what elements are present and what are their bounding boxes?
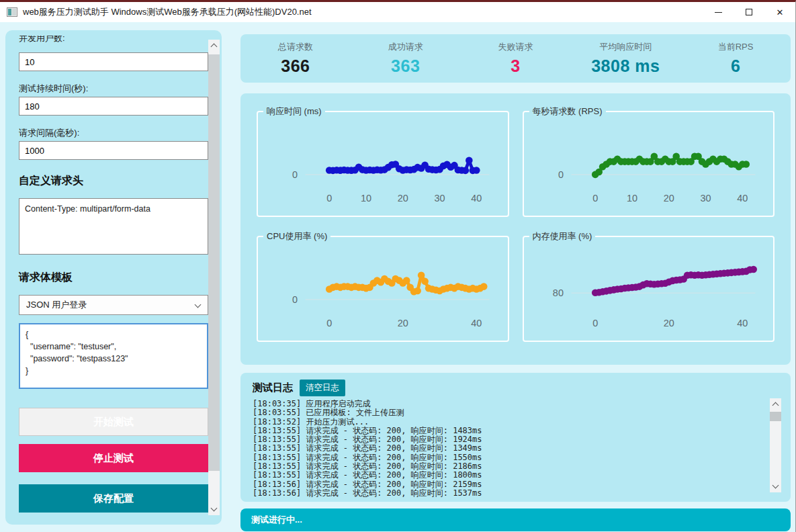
app-icon	[7, 7, 17, 17]
concurrent-users-label-wrap: 并发用户数:	[19, 36, 193, 44]
chart-rps-plot: 0010203040	[524, 118, 774, 208]
chart-cpu-plot: 002040	[258, 242, 508, 333]
svg-text:0: 0	[292, 169, 298, 180]
minimize-icon	[715, 12, 722, 13]
stat-total-requests: 总请求数 366	[240, 41, 351, 76]
concurrent-users-input[interactable]	[19, 52, 208, 71]
app-window: web服务压力测试助手 Windows测试Web服务承载压力(网站性能)DV20…	[0, 0, 796, 532]
svg-text:30: 30	[700, 193, 711, 204]
svg-text:40: 40	[471, 318, 482, 328]
chart-cpu-title: CPU使用率 (%)	[263, 230, 330, 242]
body-template-select[interactable]: JSON 用户登录	[19, 295, 208, 315]
custom-headers-title: 自定义请求头	[19, 174, 83, 188]
svg-text:80: 80	[552, 287, 563, 298]
chart-memory: 内存使用率 (%) 8002040	[523, 230, 775, 342]
body-template-title: 请求体模板	[19, 271, 73, 285]
sidebar-scrollbar[interactable]	[208, 40, 220, 515]
stat-failed-requests: 失败请求 3	[461, 41, 571, 76]
svg-text:0: 0	[292, 294, 298, 305]
svg-text:40: 40	[737, 193, 748, 204]
svg-text:0: 0	[326, 318, 332, 328]
svg-text:0: 0	[558, 169, 563, 180]
chart-cpu: CPU使用率 (%) 002040	[257, 230, 509, 342]
stats-panel: 总请求数 366 成功请求 363 失败请求 3 平均响应时间 3808 ms …	[240, 34, 791, 83]
stat-success-requests: 成功请求 363	[351, 41, 461, 76]
body-template-selected: JSON 用户登录	[26, 299, 87, 311]
charts-panel: 响应时间 (ms) 0010203040 每秒请求数 (RPS) 0010203…	[240, 93, 791, 365]
scroll-down-icon[interactable]	[208, 502, 220, 514]
minimize-button[interactable]	[703, 2, 734, 22]
log-line: [18:13:52] 开始压力测试...	[253, 418, 764, 427]
window-title: web服务压力测试助手 Windows测试Web服务承载压力(网站性能)DV20…	[23, 6, 312, 18]
clear-log-button[interactable]: 清空日志	[300, 380, 345, 396]
log-line: [18:13:56] 请求完成 - 状态码: 200, 响应时间: 1537ms	[253, 489, 764, 498]
interval-label: 请求间隔(毫秒):	[19, 127, 79, 139]
concurrent-users-label: 并发用户数:	[19, 36, 193, 44]
svg-text:0: 0	[592, 318, 598, 328]
chart-memory-plot: 8002040	[524, 242, 774, 333]
log-scrollbar[interactable]	[770, 398, 781, 492]
maximize-icon	[746, 9, 752, 15]
chart-response-time: 响应时间 (ms) 0010203040	[257, 105, 509, 217]
svg-text:20: 20	[663, 193, 674, 204]
scroll-up-icon[interactable]	[208, 41, 220, 52]
stop-test-button[interactable]: 停止测试	[19, 444, 208, 472]
log-line: [18:13:55] 请求完成 - 状态码: 200, 响应时间: 1924ms	[253, 435, 764, 444]
log-lines: [18:03:35] 应用程序启动完成[18:03:55] 已应用模板: 文件上…	[253, 400, 764, 498]
log-title: 测试日志	[253, 382, 293, 394]
window-controls: ✕	[703, 2, 795, 22]
log-line: [18:03:55] 已应用模板: 文件上传压测	[253, 408, 764, 417]
log-line: [18:03:35] 应用程序启动完成	[253, 400, 764, 408]
log-panel: 测试日志 清空日志 [18:03:35] 应用程序启动完成[18:03:55] …	[240, 373, 791, 502]
svg-text:20: 20	[663, 318, 674, 328]
log-line: [18:13:55] 请求完成 - 状态码: 200, 响应时间: 1483ms	[253, 427, 764, 435]
titlebar: web服务压力测试助手 Windows测试Web服务承载压力(网站性能)DV20…	[0, 2, 795, 22]
svg-text:10: 10	[626, 193, 637, 204]
chart-rps: 每秒请求数 (RPS) 0010203040	[523, 105, 775, 217]
duration-label: 测试持续时间(秒):	[19, 83, 88, 95]
sidebar-scrollbar-thumb[interactable]	[208, 54, 220, 471]
duration-input[interactable]	[19, 97, 208, 116]
request-body-textarea[interactable]: { "username": "testuser", "password": "t…	[19, 323, 208, 389]
chart-response-time-plot: 0010203040	[258, 118, 508, 208]
svg-text:0: 0	[592, 193, 598, 204]
log-header: 测试日志 清空日志	[253, 380, 345, 396]
log-line: [18:13:55] 请求完成 - 状态码: 200, 响应时间: 1800ms	[253, 471, 764, 480]
close-button[interactable]: ✕	[764, 2, 795, 22]
log-scrollbar-thumb[interactable]	[770, 412, 781, 421]
status-bar: 测试进行中...	[240, 508, 791, 531]
chart-memory-title: 内存使用率 (%)	[529, 230, 596, 242]
log-line: [18:13:55] 请求完成 - 状态码: 200, 响应时间: 1550ms	[253, 453, 764, 462]
log-line: [18:13:55] 请求完成 - 状态码: 200, 响应时间: 1349ms	[253, 444, 764, 453]
svg-text:40: 40	[737, 318, 748, 328]
close-icon: ✕	[777, 8, 784, 17]
save-config-button[interactable]: 保存配置	[19, 484, 208, 513]
svg-text:40: 40	[471, 193, 482, 204]
svg-text:20: 20	[398, 193, 408, 204]
svg-text:10: 10	[361, 193, 371, 204]
start-test-button[interactable]: 开始测试	[19, 408, 208, 436]
svg-text:20: 20	[398, 318, 408, 328]
status-text: 测试进行中...	[251, 514, 302, 526]
svg-text:0: 0	[326, 193, 332, 204]
scroll-up-icon[interactable]	[770, 400, 781, 411]
log-line: [18:13:56] 请求完成 - 状态码: 200, 响应时间: 2159ms	[253, 480, 764, 489]
interval-input[interactable]	[19, 141, 208, 160]
svg-text:30: 30	[434, 193, 445, 204]
stat-avg-response-time: 平均响应时间 3808 ms	[570, 41, 680, 76]
custom-headers-textarea[interactable]: Content-Type: multipart/form-data	[19, 198, 208, 255]
chevron-down-icon	[195, 302, 202, 308]
chart-rps-title: 每秒请求数 (RPS)	[529, 105, 606, 118]
config-sidebar: 并发用户数: 测试持续时间(秒): 请求间隔(毫秒): 自定义请求头 Conte…	[5, 30, 222, 525]
scroll-down-icon[interactable]	[770, 480, 781, 491]
log-line: [18:13:55] 请求完成 - 状态码: 200, 响应时间: 2186ms	[253, 462, 764, 471]
charts-grid: 响应时间 (ms) 0010203040 每秒请求数 (RPS) 0010203…	[257, 105, 775, 342]
chart-response-time-title: 响应时间 (ms)	[263, 105, 325, 118]
stat-current-rps: 当前RPS 6	[680, 41, 791, 76]
maximize-button[interactable]	[734, 2, 764, 22]
